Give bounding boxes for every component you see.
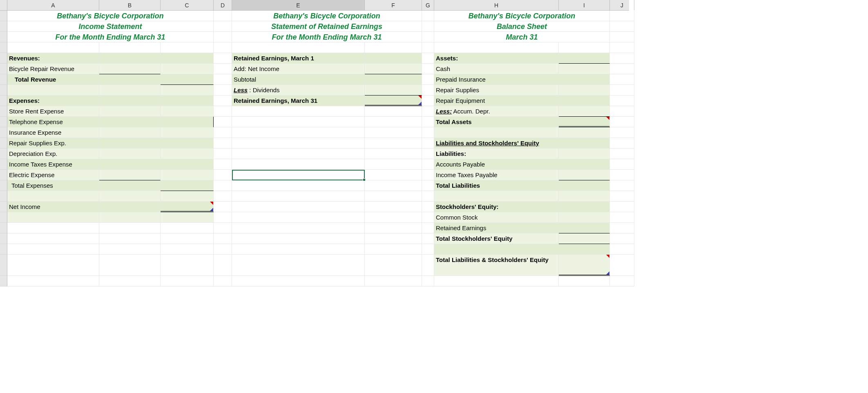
retained-title2[interactable]: Statement of Retained Earnings — [232, 21, 422, 32]
total-liab-se[interactable]: Total Liabilities & Stockholders' Equity — [434, 255, 559, 276]
row-header[interactable] — [0, 170, 7, 180]
cell[interactable] — [434, 244, 559, 255]
cell[interactable] — [232, 212, 365, 223]
cell[interactable] — [610, 11, 634, 21]
expenses-header[interactable]: Expenses: — [7, 95, 99, 106]
cell[interactable] — [365, 138, 422, 149]
cell[interactable] — [365, 159, 422, 170]
total-liab-se-value[interactable] — [559, 255, 610, 276]
cell[interactable] — [214, 170, 232, 180]
cell[interactable] — [161, 64, 214, 74]
cell[interactable] — [161, 149, 214, 159]
subtotal[interactable]: Subtotal — [232, 74, 365, 85]
cell[interactable] — [559, 42, 610, 53]
col-header-H[interactable]: H — [434, 0, 559, 10]
cell[interactable] — [232, 202, 365, 212]
cell[interactable] — [232, 180, 365, 191]
cell[interactable] — [214, 117, 232, 127]
cell[interactable] — [214, 106, 232, 117]
cell[interactable] — [365, 106, 422, 117]
cell[interactable] — [99, 202, 161, 212]
cell[interactable] — [559, 85, 610, 95]
cell[interactable] — [422, 85, 434, 95]
cell[interactable] — [232, 138, 365, 149]
cell[interactable] — [422, 106, 434, 117]
row-header[interactable] — [0, 255, 7, 276]
balance-title2[interactable]: Balance Sheet — [434, 21, 610, 32]
cell[interactable] — [610, 74, 634, 85]
cell[interactable] — [232, 223, 365, 233]
cell[interactable] — [610, 117, 634, 127]
cell[interactable] — [214, 244, 232, 255]
cell[interactable] — [422, 170, 434, 180]
cell[interactable] — [161, 180, 214, 191]
prepaid-insurance[interactable]: Prepaid Insurance — [434, 74, 559, 85]
balance-title1[interactable]: Bethany's Bicycle Corporation — [434, 11, 610, 21]
cell[interactable] — [559, 159, 610, 170]
cell[interactable] — [610, 138, 634, 149]
select-all-corner[interactable] — [0, 0, 7, 10]
cell[interactable] — [7, 42, 99, 53]
row-header[interactable] — [0, 202, 7, 212]
col-header-A[interactable]: A — [7, 0, 99, 10]
cell[interactable] — [232, 42, 365, 53]
cell[interactable] — [559, 149, 610, 159]
row-header[interactable] — [0, 191, 7, 202]
grid[interactable]: Bethany's Bicycle Corporation Bethany's … — [0, 11, 629, 286]
cell[interactable] — [161, 117, 214, 127]
income-taxes-payable[interactable]: Income Taxes Payable — [434, 170, 559, 180]
cell[interactable] — [422, 191, 434, 202]
cell[interactable] — [559, 244, 610, 255]
row-header[interactable] — [0, 64, 7, 74]
cell[interactable] — [559, 212, 610, 223]
cell[interactable] — [7, 255, 99, 276]
row-header[interactable] — [0, 42, 7, 53]
bicycle-repair-revenue[interactable]: Bicycle Repair Revenue — [7, 64, 99, 74]
cell[interactable] — [214, 223, 232, 233]
cell[interactable] — [365, 191, 422, 202]
cell[interactable] — [422, 202, 434, 212]
cell[interactable] — [214, 21, 232, 32]
cell[interactable] — [161, 106, 214, 117]
cell[interactable] — [610, 127, 634, 138]
cell[interactable] — [214, 74, 232, 85]
cell[interactable] — [99, 138, 161, 149]
cell[interactable] — [559, 127, 610, 138]
cell[interactable] — [610, 202, 634, 212]
cell[interactable] — [422, 127, 434, 138]
cell[interactable] — [559, 223, 610, 233]
cell[interactable] — [99, 223, 161, 233]
cell[interactable] — [161, 244, 214, 255]
col-header-G[interactable]: G — [422, 0, 434, 10]
cell[interactable] — [99, 106, 161, 117]
cell[interactable] — [610, 255, 634, 276]
cell[interactable] — [99, 170, 161, 180]
cell[interactable] — [99, 180, 161, 191]
cell[interactable] — [365, 170, 422, 180]
cell[interactable] — [7, 223, 99, 233]
cell[interactable] — [365, 42, 422, 53]
cell[interactable] — [365, 276, 422, 286]
cell[interactable] — [99, 233, 161, 244]
insurance[interactable]: Insurance Expense — [7, 127, 99, 138]
cell[interactable] — [161, 170, 214, 180]
cell[interactable] — [99, 255, 161, 276]
income-title3[interactable]: For the Month Ending March 31 — [7, 32, 214, 42]
row-header[interactable] — [0, 85, 7, 95]
row-header[interactable] — [0, 11, 7, 21]
cell[interactable] — [559, 170, 610, 180]
cell[interactable] — [214, 85, 232, 95]
col-header-C[interactable]: C — [161, 0, 214, 10]
cell[interactable] — [365, 117, 422, 127]
cell[interactable] — [610, 106, 634, 117]
liabilities-header[interactable]: Liabilities: — [434, 149, 559, 159]
cell[interactable] — [610, 223, 634, 233]
assets-header[interactable]: Assets: — [434, 53, 559, 64]
col-header-E[interactable]: E — [232, 0, 365, 10]
add-net-income[interactable]: Add: Net Income — [232, 64, 365, 74]
cell[interactable] — [422, 53, 434, 64]
cell[interactable] — [434, 127, 559, 138]
cell[interactable] — [365, 233, 422, 244]
cell[interactable] — [99, 95, 161, 106]
repair-equipment[interactable]: Repair Equipment — [434, 95, 559, 106]
